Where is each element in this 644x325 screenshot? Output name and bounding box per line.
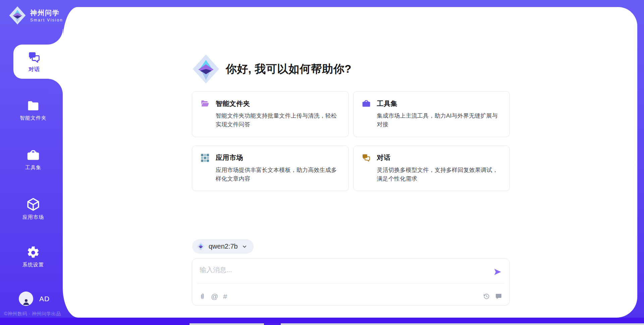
- sidebar-item-label: 工具集: [25, 165, 41, 171]
- sidebar-item-app-market[interactable]: 应用市场: [2, 197, 64, 220]
- scrollbar-thumb[interactable]: [264, 323, 281, 325]
- toolbox-icon: [26, 148, 40, 162]
- toolbox-icon: [362, 99, 371, 108]
- sidebar-item-label: 智能文件夹: [20, 115, 47, 121]
- paperclip-icon: [199, 293, 206, 300]
- card-toolset[interactable]: 工具集 集成市场上主流工具，助力AI与外界无缝扩展与对接: [353, 91, 510, 137]
- card-description: 集成市场上主流工具，助力AI与外界无缝扩展与对接: [377, 112, 502, 129]
- grid-icon: [200, 153, 210, 162]
- gear-icon: [26, 246, 40, 259]
- card-title: 智能文件夹: [216, 99, 250, 108]
- folder-open-icon: [200, 99, 210, 108]
- greeting: 你好, 我可以如何帮助你?: [192, 54, 352, 84]
- sidebar-item-toolset[interactable]: 工具集: [2, 148, 64, 171]
- chevron-down-icon: [241, 244, 248, 250]
- message-composer: @ #: [192, 258, 510, 306]
- user-name: AD: [39, 295, 50, 303]
- model-selector[interactable]: qwen2:7b: [192, 239, 254, 254]
- model-name: qwen2:7b: [209, 243, 238, 250]
- sidebar-item-settings[interactable]: 系统设置: [2, 246, 64, 268]
- card-title: 工具集: [377, 99, 398, 108]
- send-icon: [493, 267, 502, 276]
- card-description: 应用市场提供丰富长文本模板，助力高效生成多样化文章内容: [216, 166, 340, 184]
- chat-icon: [362, 153, 371, 162]
- brand-diamond-icon: [9, 6, 26, 25]
- brand-subtitle: Smart Vision: [30, 18, 63, 22]
- card-description: 智能文件夹功能支持批量文件上传与清洗，轻松实现文件问答: [216, 112, 340, 129]
- model-logo-icon: [197, 242, 205, 251]
- sidebar-item-label: 对话: [29, 66, 40, 73]
- history-button[interactable]: [483, 293, 490, 300]
- card-description: 灵活切换多模型文件，支持多样回复效果调试，满足个性化需求: [377, 166, 502, 184]
- sidebar-item-chat[interactable]: 对话: [13, 45, 63, 79]
- avatar[interactable]: [19, 291, 33, 306]
- sidebar-item-smart-folder[interactable]: 智能文件夹: [2, 99, 64, 121]
- chat-icon: [28, 51, 41, 64]
- horizontal-scrollbar[interactable]: [190, 323, 644, 325]
- card-title: 应用市场: [216, 153, 243, 162]
- assistant-logo-icon: [192, 54, 220, 84]
- composer-divider: [197, 283, 505, 284]
- feature-cards: 智能文件夹 智能文件夹功能支持批量文件上传与清洗，轻松实现文件问答 工具集 集成…: [192, 91, 510, 191]
- brand-name: 神州问学: [30, 9, 63, 17]
- mention-button[interactable]: @: [211, 293, 218, 300]
- send-button[interactable]: [493, 267, 502, 276]
- user-account[interactable]: AD: [19, 291, 50, 306]
- greeting-text: 你好, 我可以如何帮助你?: [226, 62, 352, 77]
- app-brand: 神州问学 Smart Vision: [9, 6, 63, 25]
- new-conversation-button[interactable]: [495, 293, 502, 300]
- card-chat[interactable]: 对话 灵活切换多模型文件，支持多样回复效果调试，满足个性化需求: [353, 145, 510, 191]
- cube-icon: [26, 197, 41, 212]
- message-input[interactable]: [197, 263, 489, 280]
- card-smart-folder[interactable]: 智能文件夹 智能文件夹功能支持批量文件上传与清洗，轻松实现文件问答: [192, 91, 349, 137]
- user-icon: [21, 297, 31, 306]
- folder-icon: [26, 99, 40, 113]
- comment-icon: [495, 293, 502, 300]
- topic-button[interactable]: #: [223, 293, 227, 300]
- history-icon: [483, 293, 490, 300]
- card-app-market[interactable]: 应用市场 应用市场提供丰富长文本模板，助力高效生成多样化文章内容: [192, 145, 349, 191]
- sidebar-item-label: 系统设置: [22, 262, 44, 268]
- card-title: 对话: [377, 153, 391, 162]
- copyright-footer: ©神州数码 · 神州问学出品: [4, 311, 61, 317]
- sidebar-item-label: 应用市场: [22, 214, 44, 220]
- attach-file-button[interactable]: [199, 293, 206, 300]
